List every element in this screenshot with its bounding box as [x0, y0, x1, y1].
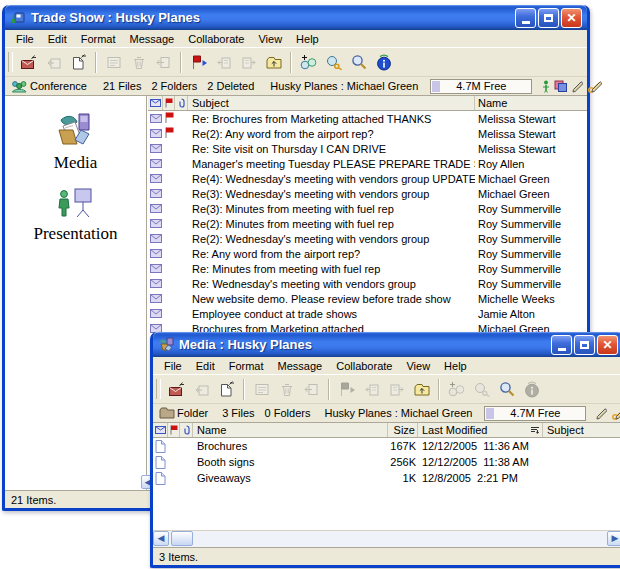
- flag-column-header[interactable]: [163, 96, 175, 110]
- new-document-icon[interactable]: [66, 50, 91, 74]
- message-row[interactable]: Re: Wednesday's meeting with vendors gro…: [148, 276, 587, 291]
- menu-edit[interactable]: Edit: [189, 359, 222, 373]
- close-button[interactable]: ✕: [561, 8, 582, 28]
- size-column-header[interactable]: Size: [388, 423, 418, 437]
- modified-column-label: Last Modified: [422, 424, 487, 436]
- message-row[interactable]: Re: Any word from the airport rep? Roy S…: [148, 246, 587, 261]
- new-message-icon[interactable]: [164, 377, 189, 401]
- new-message-icon[interactable]: [16, 50, 41, 74]
- menu-file[interactable]: File: [9, 32, 41, 46]
- titlebar[interactable]: Trade Show : Husky Planes ✕: [5, 5, 587, 30]
- window-controls: ✕: [551, 335, 618, 355]
- media-folder-icon: [55, 112, 97, 150]
- up-folder-icon[interactable]: [409, 377, 434, 401]
- pencil-key-icon[interactable]: [588, 80, 603, 93]
- message-row[interactable]: Manager's meeting Tuesday PLEASE PREPARE…: [148, 156, 587, 171]
- reply-icon: [41, 50, 66, 74]
- subject-column-header[interactable]: Subject: [543, 423, 620, 437]
- menu-message[interactable]: Message: [123, 32, 182, 46]
- modified-column-header[interactable]: Last Modified: [418, 423, 543, 437]
- new-document-icon[interactable]: [214, 377, 239, 401]
- menu-help[interactable]: Help: [437, 359, 474, 373]
- up-folder-icon[interactable]: [261, 50, 286, 74]
- message-row[interactable]: Re(3): Wednesday's meeting with vendors …: [148, 186, 587, 201]
- scroll-right-button[interactable]: ▶: [607, 531, 620, 546]
- info-icon[interactable]: [371, 50, 396, 74]
- menu-view[interactable]: View: [399, 359, 437, 373]
- file-row[interactable]: Giveaways 1K 12/8/2005 2:21 PM: [153, 470, 620, 486]
- menu-file[interactable]: File: [157, 359, 189, 373]
- list-header: Subject Name: [148, 96, 587, 111]
- menu-collaborate[interactable]: Collaborate: [329, 359, 399, 373]
- subject-cell: Re: Wednesday's meeting with vendors gro…: [188, 278, 475, 290]
- search-icon[interactable]: [494, 377, 519, 401]
- menu-collaborate[interactable]: Collaborate: [181, 32, 251, 46]
- maximize-button[interactable]: [538, 8, 559, 28]
- sender-cell: Michael Green: [475, 188, 587, 200]
- menu-format[interactable]: Format: [222, 359, 271, 373]
- sender-cell: Roy Summerville: [475, 203, 587, 215]
- menu-format[interactable]: Format: [74, 32, 123, 46]
- file-size-cell: 256K: [388, 456, 418, 468]
- permissions-icon[interactable]: [321, 50, 346, 74]
- subject-cell: Re(2): Minutes from meeting with fuel re…: [188, 218, 475, 230]
- pencil-icon[interactable]: [572, 80, 584, 93]
- minimize-button[interactable]: [515, 8, 536, 28]
- flag-column-header[interactable]: [168, 423, 180, 437]
- attachment-column-header[interactable]: [180, 423, 193, 437]
- message-row[interactable]: Re(2): Minutes from meeting with fuel re…: [148, 216, 587, 231]
- envelope-column-header[interactable]: [148, 96, 163, 110]
- envelope-icon: [148, 219, 163, 228]
- menu-bar: File Edit Format Message Collaborate Vie…: [153, 357, 620, 374]
- reply-quote-icon: [359, 377, 384, 401]
- name-column-header[interactable]: Name: [475, 96, 587, 110]
- search-icon[interactable]: [346, 50, 371, 74]
- maximize-button[interactable]: [574, 335, 595, 355]
- message-row[interactable]: Re(2): Wednesday's meeting with vendors …: [148, 231, 587, 246]
- message-row[interactable]: Employee conduct at trade shows Jamie Al…: [148, 306, 587, 321]
- item-count-label: 21 Items.: [11, 494, 56, 506]
- conference-window-icon: [10, 10, 26, 26]
- menu-help[interactable]: Help: [289, 32, 326, 46]
- media-folder-item[interactable]: Media: [54, 112, 97, 173]
- menu-view[interactable]: View: [251, 32, 289, 46]
- presentation-item[interactable]: Presentation: [33, 187, 117, 244]
- name-column-header[interactable]: Name: [193, 423, 388, 437]
- message-row[interactable]: Re: Site visit on Thursday I CAN DRIVE M…: [148, 141, 587, 156]
- sender-cell: Michael Green: [475, 173, 587, 185]
- message-row[interactable]: Re: Minutes from meeting with fuel rep R…: [148, 261, 587, 276]
- file-list-content: Name Size Last Modified Subject Brochure…: [153, 422, 620, 530]
- message-row[interactable]: New website demo. Please review before t…: [148, 291, 587, 306]
- envelope-column-header[interactable]: [153, 423, 168, 437]
- toolbar-grip[interactable]: [156, 379, 161, 399]
- minimize-icon: [522, 21, 530, 24]
- toolbar-separator: [290, 52, 292, 73]
- unsend-icon: [151, 50, 176, 74]
- scroll-left-button[interactable]: ◀: [153, 531, 169, 546]
- message-row[interactable]: Re: Brochures from Marketing attached TH…: [148, 111, 587, 126]
- scrollbar-thumb[interactable]: [171, 531, 193, 546]
- toolbar-grip[interactable]: [8, 52, 13, 72]
- scrollbar-track[interactable]: [193, 531, 607, 547]
- subject-column-header[interactable]: Subject: [188, 96, 475, 110]
- pencil-key-icon[interactable]: [612, 407, 620, 420]
- window-controls: ✕: [515, 8, 582, 28]
- flag-icon[interactable]: [186, 50, 211, 74]
- menu-edit[interactable]: Edit: [41, 32, 74, 46]
- file-row[interactable]: Booth signs 256K 12/12/2005 11:38 AM: [153, 454, 620, 470]
- message-row[interactable]: Re(2): Any word from the airport rep? Me…: [148, 126, 587, 141]
- add-member-icon[interactable]: [296, 50, 321, 74]
- titlebar[interactable]: Media : Husky Planes ✕: [153, 332, 620, 357]
- pencil-icon[interactable]: [596, 407, 608, 420]
- message-row[interactable]: Re(3): Minutes from meeting with fuel re…: [148, 201, 587, 216]
- attachment-column-header[interactable]: [175, 96, 188, 110]
- menu-message[interactable]: Message: [271, 359, 330, 373]
- layers-icon[interactable]: [554, 80, 568, 93]
- item-count-label: 3 Items.: [159, 551, 198, 563]
- member-status-icon[interactable]: [542, 80, 550, 93]
- file-row[interactable]: Brochures 167K 12/12/2005 11:36 AM: [153, 438, 620, 454]
- minimize-button[interactable]: [551, 335, 572, 355]
- status-bar: 3 Items.: [153, 547, 620, 565]
- message-row[interactable]: Re(4): Wednesday's meeting with vendors …: [148, 171, 587, 186]
- close-button[interactable]: ✕: [597, 335, 618, 355]
